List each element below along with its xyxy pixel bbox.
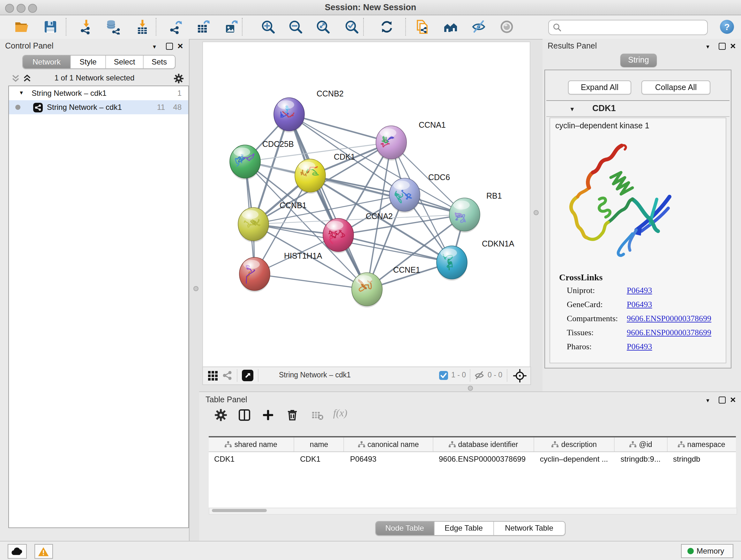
hide-selected-eye-slash-icon[interactable] bbox=[471, 19, 486, 35]
zoom-selected-icon[interactable] bbox=[344, 19, 359, 35]
node-CCNB1[interactable] bbox=[238, 207, 269, 242]
edge-HIST1H1A-CCNE1[interactable] bbox=[255, 274, 367, 289]
cloud-button[interactable] bbox=[8, 544, 27, 559]
column-header-name[interactable]: name bbox=[294, 437, 344, 451]
column-header-namespace[interactable]: namespace bbox=[667, 437, 736, 451]
show-columns-icon[interactable] bbox=[238, 409, 251, 422]
search-box[interactable] bbox=[548, 20, 708, 35]
node-CCNA2[interactable] bbox=[323, 219, 354, 253]
results-panel-float-icon[interactable] bbox=[719, 43, 726, 50]
cell-name[interactable]: CDK1 bbox=[294, 452, 344, 466]
crosslink-row: Pharos: P06493 bbox=[559, 341, 725, 354]
node-HIST1H1A[interactable] bbox=[239, 257, 270, 292]
zoom-fit-icon[interactable] bbox=[315, 19, 331, 35]
cell-namespace[interactable]: stringdb bbox=[667, 452, 736, 466]
horizontal-splitter-handle[interactable] bbox=[468, 386, 473, 391]
table-row[interactable]: CDK1 CDK1 P06493 9606.ENSP00000378699 cy… bbox=[208, 452, 736, 466]
crosslink-link[interactable]: 9606.ENSP00000378699 bbox=[627, 327, 711, 338]
export-image-icon[interactable] bbox=[223, 19, 239, 35]
save-session-icon[interactable] bbox=[43, 19, 58, 35]
results-panel-close-icon[interactable]: × bbox=[730, 40, 736, 51]
zoom-in-icon[interactable] bbox=[260, 19, 276, 35]
tab-network-table[interactable]: Network Table bbox=[494, 522, 564, 535]
column-header-canonical-name[interactable]: canonical name bbox=[344, 437, 433, 451]
column-header-database-identifier[interactable]: database identifier bbox=[433, 437, 534, 451]
selected-checkbox-icon[interactable] bbox=[439, 371, 448, 380]
node-label-CDC6: CDC6 bbox=[428, 173, 450, 182]
scrollbar-thumb[interactable] bbox=[212, 509, 266, 512]
tab-edge-table[interactable]: Edge Table bbox=[434, 522, 494, 535]
export-network-icon[interactable] bbox=[168, 19, 183, 35]
network-options-gear-icon[interactable] bbox=[174, 73, 184, 84]
node-RB1[interactable] bbox=[449, 198, 480, 233]
vertical-splitter-handle[interactable] bbox=[193, 286, 199, 291]
collapse-triangle-icon[interactable]: ▼ bbox=[19, 86, 24, 100]
node-CDKN1A[interactable] bbox=[436, 246, 467, 281]
network-canvas[interactable]: CCNB2CCNA1CDC25BCDK1CDC6RB1CCNB1CCNA2CDK… bbox=[203, 42, 530, 367]
tab-sets[interactable]: Sets bbox=[144, 56, 175, 68]
crosslink-link[interactable]: P06493 bbox=[627, 341, 652, 352]
control-panel-menu-icon[interactable]: ▼ bbox=[152, 44, 157, 50]
memory-button[interactable]: Memory bbox=[681, 544, 733, 558]
tab-network[interactable]: Network bbox=[23, 56, 71, 68]
tab-node-table[interactable]: Node Table bbox=[376, 522, 434, 535]
cell-database-identifier[interactable]: 9606.ENSP00000378699 bbox=[433, 452, 534, 466]
cell-at-id[interactable]: stringdb:9... bbox=[615, 452, 668, 466]
import-table-file-icon[interactable] bbox=[135, 19, 150, 35]
crosslink-link[interactable]: 9606.ENSP00000378699 bbox=[627, 314, 711, 324]
tab-string[interactable]: String bbox=[620, 54, 657, 67]
import-network-file-icon[interactable] bbox=[78, 19, 94, 35]
table-panel-menu-icon[interactable]: ▼ bbox=[705, 398, 711, 403]
help-icon[interactable]: ? bbox=[720, 20, 734, 34]
hidden-eye-slash-icon[interactable] bbox=[474, 371, 484, 380]
node-CCNB2[interactable] bbox=[274, 98, 305, 132]
birdseye-view-icon[interactable] bbox=[242, 370, 253, 381]
collapse-all-button[interactable]: Collapse All bbox=[642, 80, 711, 95]
table-options-gear-icon[interactable] bbox=[214, 409, 227, 422]
control-panel-float-icon[interactable] bbox=[166, 43, 173, 50]
gene-section-header[interactable]: ▼ CDK1 bbox=[546, 101, 730, 117]
zoom-out-icon[interactable] bbox=[288, 19, 303, 35]
node-CCNE1[interactable] bbox=[352, 273, 382, 307]
node-CCNA1[interactable] bbox=[376, 126, 407, 161]
crosslink-link[interactable]: P06493 bbox=[627, 286, 652, 296]
cell-description[interactable]: cyclin–dependent ... bbox=[534, 452, 615, 466]
crosslink-link[interactable]: P06493 bbox=[627, 300, 652, 310]
grid-view-icon[interactable] bbox=[208, 371, 218, 381]
results-panel-menu-icon[interactable]: ▼ bbox=[705, 44, 711, 50]
edge-CCNB2-CCNA1[interactable] bbox=[289, 114, 391, 142]
tab-select[interactable]: Select bbox=[106, 56, 144, 68]
export-table-icon[interactable] bbox=[195, 19, 211, 35]
duplicate-network-icon[interactable] bbox=[414, 19, 429, 35]
node-CDC25B[interactable] bbox=[230, 145, 260, 180]
search-input[interactable] bbox=[564, 21, 706, 34]
cell-shared-name[interactable]: CDK1 bbox=[208, 452, 294, 466]
delete-column-trash-icon[interactable] bbox=[286, 409, 299, 422]
warning-button[interactable] bbox=[35, 544, 53, 559]
control-panel-close-icon[interactable]: × bbox=[178, 40, 183, 51]
import-network-database-icon[interactable] bbox=[105, 19, 121, 35]
column-header-shared-name[interactable]: shared name bbox=[208, 437, 294, 451]
open-session-icon[interactable] bbox=[14, 19, 29, 35]
table-panel-close-icon[interactable]: × bbox=[730, 394, 736, 405]
add-column-icon[interactable] bbox=[262, 409, 274, 422]
column-header-description[interactable]: description bbox=[534, 437, 615, 451]
horizontal-scrollbar[interactable] bbox=[208, 508, 737, 515]
network-collection-row[interactable]: ▼ String Network – cdk1 1 bbox=[9, 86, 188, 100]
share-view-icon[interactable] bbox=[222, 370, 232, 381]
column-header-at-id[interactable]: @id bbox=[615, 437, 667, 451]
refresh-icon[interactable] bbox=[379, 19, 394, 35]
expand-all-button[interactable]: Expand All bbox=[568, 80, 631, 95]
node-CDK1[interactable] bbox=[295, 159, 326, 194]
node-CDC6[interactable] bbox=[389, 178, 420, 213]
string-network-icon bbox=[33, 103, 43, 112]
crosshair-pan-icon[interactable] bbox=[513, 369, 527, 382]
show-hidden-eye-icon[interactable] bbox=[499, 19, 515, 35]
vertical-splitter-handle[interactable] bbox=[534, 210, 539, 215]
cell-canonical-name[interactable]: P06493 bbox=[344, 452, 433, 466]
houses-icon[interactable] bbox=[443, 19, 458, 35]
collapse-triangle-icon[interactable]: ▼ bbox=[569, 106, 575, 112]
network-row-selected[interactable]: String Network – cdk1 11 48 bbox=[9, 100, 188, 114]
tab-style[interactable]: Style bbox=[71, 56, 106, 68]
table-panel-float-icon[interactable] bbox=[719, 396, 726, 403]
